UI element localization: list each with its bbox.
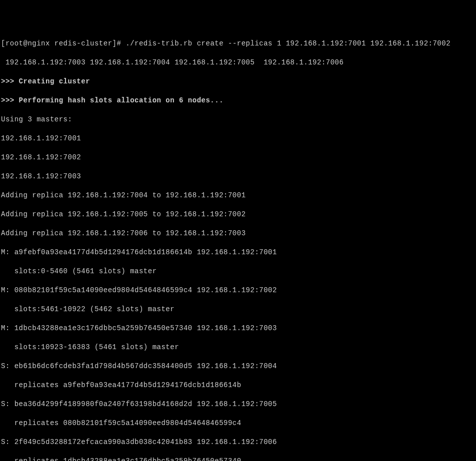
terminal-line: [root@nginx redis-cluster]# ./redis-trib… bbox=[1, 39, 475, 48]
terminal-line: >>> Performing hash slots allocation on … bbox=[1, 96, 475, 105]
shell-command: ./redis-trib.rb create --replicas 1 192.… bbox=[126, 39, 450, 47]
terminal-line: S: eb61b6dc6fcdeb3fa1d798d4b567ddc358440… bbox=[1, 362, 475, 371]
terminal-line: Adding replica 192.168.1.192:7004 to 192… bbox=[1, 191, 475, 200]
terminal-line: M: a9febf0a93ea4177d4b5d1294176dcb1d1866… bbox=[1, 248, 475, 257]
terminal-line: slots:5461-10922 (5462 slots) master bbox=[1, 305, 475, 314]
terminal-line: Adding replica 192.168.1.192:7006 to 192… bbox=[1, 229, 475, 238]
terminal-line: S: 2f049c5d3288172efcaca990a3db038c42041… bbox=[1, 438, 475, 447]
terminal-line: replicates a9febf0a93ea4177d4b5d1294176d… bbox=[1, 381, 475, 390]
terminal-line: Adding replica 192.168.1.192:7005 to 192… bbox=[1, 210, 475, 219]
terminal-line: 192.168.1.192:7003 bbox=[1, 172, 475, 181]
terminal-line: M: 080b82101f59c5a14090eed9804d546484659… bbox=[1, 286, 475, 295]
terminal-line: replicates 080b82101f59c5a14090eed9804d5… bbox=[1, 419, 475, 428]
terminal-line: 192.168.1.192:7003 192.168.1.192:7004 19… bbox=[1, 58, 475, 67]
terminal-line: replicates 1dbcb43288ea1e3c176dbbc5a259b… bbox=[1, 457, 475, 461]
terminal-line: slots:0-5460 (5461 slots) master bbox=[1, 267, 475, 276]
terminal-line: >>> Creating cluster bbox=[1, 77, 475, 86]
terminal-line: 192.168.1.192:7002 bbox=[1, 153, 475, 162]
terminal-line: 192.168.1.192:7001 bbox=[1, 134, 475, 143]
terminal-line: M: 1dbcb43288ea1e3c176dbbc5a259b76450e57… bbox=[1, 324, 475, 333]
terminal-line: S: bea36d4299f4189980f0a2407f63198bd4168… bbox=[1, 400, 475, 409]
terminal-line: Using 3 masters: bbox=[1, 115, 475, 124]
terminal-line: slots:10923-16383 (5461 slots) master bbox=[1, 343, 475, 352]
shell-prompt: [root@nginx redis-cluster]# bbox=[1, 39, 126, 47]
